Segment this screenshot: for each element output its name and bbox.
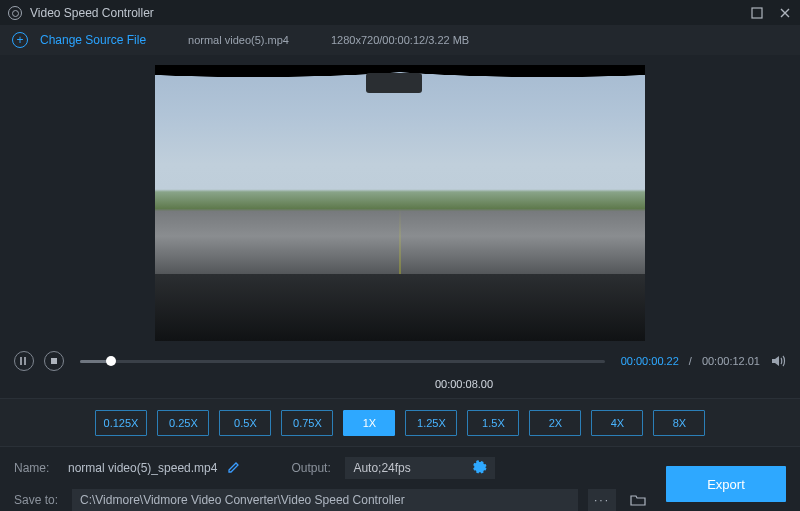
source-filename: normal video(5).mp4: [188, 34, 289, 46]
seek-thumb[interactable]: [106, 356, 116, 366]
open-folder-icon[interactable]: [626, 489, 650, 511]
source-filesize: 3.22 MB: [428, 34, 469, 46]
svg-rect-1: [51, 358, 57, 364]
speed-075x[interactable]: 0.75X: [281, 410, 333, 436]
speed-025x[interactable]: 0.25X: [157, 410, 209, 436]
total-time: 00:00:12.01: [702, 355, 760, 367]
saveto-path-value: C:\Vidmore\Vidmore Video Converter\Video…: [80, 493, 405, 507]
time-separator: /: [689, 355, 692, 367]
export-button[interactable]: Export: [666, 466, 786, 502]
plus-circle-icon[interactable]: +: [12, 32, 28, 48]
speed-05x[interactable]: 0.5X: [219, 410, 271, 436]
current-time: 00:00:00.22: [621, 355, 679, 367]
marker-time: 00:00:08.00: [435, 378, 493, 390]
playback-controls: 00:00:00.22/00:00:12.01: [0, 347, 800, 376]
saveto-path-input[interactable]: C:\Vidmore\Vidmore Video Converter\Video…: [72, 489, 578, 511]
output-format-value: Auto;24fps: [353, 461, 410, 475]
source-meta: 1280x720/00:00:12/3.22 MB: [331, 34, 469, 46]
video-preview-area: [0, 55, 800, 347]
name-label: Name:: [14, 461, 58, 475]
volume-icon[interactable]: [770, 353, 786, 369]
output-label: Output:: [291, 461, 335, 475]
name-output-row: Name: normal video(5)_speed.mp4 Output: …: [14, 457, 650, 479]
speed-1x[interactable]: 1X: [343, 410, 395, 436]
edit-name-icon[interactable]: [227, 460, 241, 477]
speed-15x[interactable]: 1.5X: [467, 410, 519, 436]
minimize-icon[interactable]: [750, 6, 764, 20]
saveto-row: Save to: C:\Vidmore\Vidmore Video Conver…: [14, 489, 650, 511]
pause-button[interactable]: [14, 351, 34, 371]
source-resolution: 1280x720: [331, 34, 379, 46]
app-logo-icon: [8, 6, 22, 20]
source-duration: 00:00:12: [382, 34, 425, 46]
speed-8x[interactable]: 8X: [653, 410, 705, 436]
speed-4x[interactable]: 4X: [591, 410, 643, 436]
timeline-marker-row: 00:00:08.00: [0, 376, 800, 399]
speed-selector: 0.125X 0.25X 0.5X 0.75X 1X 1.25X 1.5X 2X…: [0, 399, 800, 446]
gear-icon[interactable]: [473, 460, 487, 477]
speed-2x[interactable]: 2X: [529, 410, 581, 436]
source-bar: + Change Source File normal video(5).mp4…: [0, 25, 800, 54]
speed-125x[interactable]: 1.25X: [405, 410, 457, 436]
output-name: normal video(5)_speed.mp4: [68, 461, 217, 475]
export-label: Export: [707, 477, 745, 492]
saveto-label: Save to:: [14, 493, 62, 507]
app-title: Video Speed Controller: [30, 6, 154, 20]
output-format-select[interactable]: Auto;24fps: [345, 457, 495, 479]
title-bar: Video Speed Controller: [0, 0, 800, 25]
speed-0125x[interactable]: 0.125X: [95, 410, 148, 436]
browse-button[interactable]: ···: [588, 489, 616, 511]
output-section: Name: normal video(5)_speed.mp4 Output: …: [0, 446, 800, 511]
video-preview[interactable]: [155, 65, 645, 341]
close-icon[interactable]: [778, 6, 792, 20]
stop-button[interactable]: [44, 351, 64, 371]
seek-slider[interactable]: [80, 360, 605, 363]
change-source-link[interactable]: Change Source File: [40, 33, 146, 47]
window-controls: [750, 6, 792, 20]
svg-rect-0: [752, 8, 762, 18]
